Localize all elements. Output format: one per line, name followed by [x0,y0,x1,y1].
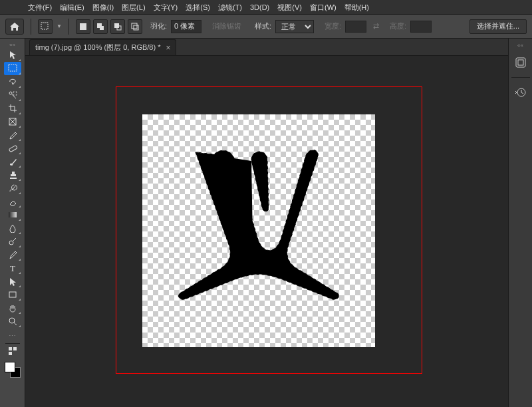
color-swatches[interactable] [3,360,22,379]
tools-panel: «« T ⋯ [0,39,25,407]
menu-help[interactable]: 帮助(H) [340,0,373,15]
options-bar: ▼ 羽化: 消除锯齿 样式: 正常 宽度: ⇄ 高度: 选择并遮住... [0,15,532,39]
artwork-shape [178,150,339,299]
selection-new-icon[interactable] [76,19,90,34]
svg-rect-3 [100,26,104,30]
menu-file[interactable]: 文件(F) [24,0,56,15]
width-input [345,21,366,33]
swap-dimensions-icon: ⇄ [373,22,379,31]
panel-collapse-icon[interactable]: «« [0,41,25,48]
svg-text:T: T [10,263,15,273]
select-and-mask-button[interactable]: 选择并遮住... [469,19,527,34]
svg-point-9 [9,92,12,94]
chevron-down-icon[interactable]: ▼ [57,23,62,29]
edit-toolbar-icon[interactable] [8,346,17,356]
panel-collapse-icon[interactable]: «« [509,43,532,49]
width-label: 宽度: [325,21,341,31]
height-input [410,21,432,33]
pen-tool[interactable] [4,248,21,261]
menu-select[interactable]: 选择(S) [182,0,214,15]
crop-tool[interactable] [4,102,21,115]
style-label: 样式: [255,21,271,31]
svg-rect-0 [41,23,48,29]
menu-type[interactable]: 文字(Y) [150,0,182,15]
eraser-tool[interactable] [4,195,21,208]
healing-brush-tool[interactable] [4,142,21,155]
layer-content [142,114,375,347]
lasso-tool[interactable] [4,75,21,88]
menu-bar: 文件(F) 编辑(E) 图像(I) 图层(L) 文字(Y) 选择(S) 滤镜(T… [0,0,532,15]
quick-select-tool[interactable] [4,88,21,102]
selection-mode-group [76,19,142,34]
svg-rect-21 [516,58,525,67]
menu-layer[interactable]: 图层(L) [118,0,149,15]
marquee-tool[interactable] [4,62,21,75]
antialias-label: 消除锯齿 [212,21,241,31]
document-tab[interactable]: timg (7).jpg @ 100% (图层 0, RGB/8) * × [29,39,176,55]
path-select-tool[interactable] [4,275,21,288]
history-panel-icon[interactable] [512,84,529,100]
close-icon[interactable]: × [166,43,170,53]
move-tool[interactable] [4,49,21,62]
selection-subtract-icon[interactable] [110,19,125,34]
hand-tool[interactable] [4,301,21,315]
more-tools-icon[interactable]: ⋯ [9,332,16,340]
svg-rect-10 [13,92,17,95]
svg-rect-16 [9,292,16,297]
canvas-viewport[interactable] [25,56,508,407]
style-select[interactable]: 正常 [275,20,314,33]
menu-edit[interactable]: 编辑(E) [56,0,88,15]
separator [31,19,31,35]
document-tab-bar: timg (7).jpg @ 100% (图层 0, RGB/8) * × [25,39,508,56]
dodge-tool[interactable] [4,235,21,248]
selection-add-icon[interactable] [93,19,108,34]
svg-point-14 [9,241,13,245]
history-brush-tool[interactable] [4,182,21,195]
svg-rect-22 [518,60,523,65]
menu-view[interactable]: 视图(V) [273,0,306,15]
feather-label: 羽化: [150,21,167,31]
document-tab-title: timg (7).jpg @ 100% (图层 0, RGB/8) * [35,43,160,53]
type-tool[interactable]: T [4,261,21,275]
learn-panel-icon[interactable] [512,55,529,70]
artboard[interactable] [142,114,375,347]
svg-rect-7 [134,25,138,30]
brush-tool[interactable] [4,155,21,168]
selection-intersect-icon[interactable] [128,19,142,34]
gradient-tool[interactable] [4,208,21,221]
feather-input[interactable] [171,20,201,33]
svg-rect-6 [132,23,137,29]
home-button[interactable] [5,19,24,35]
height-label: 高度: [390,21,406,31]
right-panel-dock: «« [508,39,532,407]
eyedropper-tool[interactable] [4,128,21,142]
svg-rect-19 [13,347,17,350]
svg-rect-12 [9,145,17,152]
svg-point-17 [9,318,15,323]
menu-window[interactable]: 窗口(W) [306,0,340,15]
svg-rect-8 [9,65,17,71]
menu-filter[interactable]: 滤镜(T) [214,0,246,15]
tool-preset-icon[interactable] [38,19,53,34]
foreground-color-swatch[interactable] [5,362,15,372]
svg-rect-18 [9,347,12,350]
clone-stamp-tool[interactable] [4,168,21,182]
svg-rect-1 [80,23,86,30]
separator [68,19,69,35]
frame-tool[interactable] [4,115,21,128]
zoom-tool[interactable] [4,315,21,328]
menu-image[interactable]: 图像(I) [88,0,118,15]
svg-rect-13 [9,212,17,217]
rectangle-tool[interactable] [4,288,21,301]
svg-rect-20 [9,352,12,355]
menu-3d[interactable]: 3D(D) [246,0,273,15]
document-area: timg (7).jpg @ 100% (图层 0, RGB/8) * × [25,39,508,407]
blur-tool[interactable] [4,221,21,235]
